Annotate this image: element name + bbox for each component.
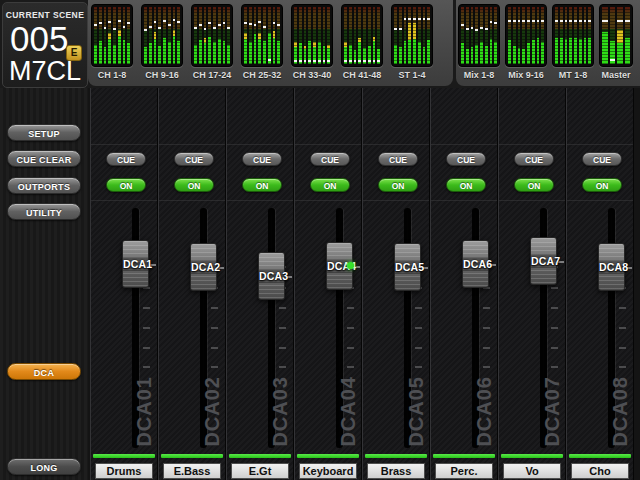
fader-cap[interactable]: DCA4 — [326, 242, 353, 290]
meter-bar — [318, 7, 321, 64]
cue-button[interactable]: CUE — [582, 152, 622, 166]
on-button[interactable]: ON — [378, 178, 418, 192]
fader-scale-tick — [619, 366, 626, 368]
meter-bank-button[interactable]: CH 17-24 — [191, 4, 233, 80]
meter-display — [141, 4, 183, 67]
meter-bank-label: CH 33-40 — [291, 70, 333, 80]
on-button[interactable]: ON — [174, 178, 214, 192]
cue-button[interactable]: CUE — [514, 152, 554, 166]
fader-cap[interactable]: DCA3 — [258, 252, 285, 300]
meter-bar — [394, 7, 397, 64]
fader-cap-label: DCA2 — [191, 260, 216, 274]
meter-bank-label: CH 1-8 — [91, 70, 133, 80]
fader-cap[interactable]: DCA2 — [190, 243, 217, 291]
on-button[interactable]: ON — [446, 178, 486, 192]
meter-bank-button[interactable]: CH 1-8 — [91, 4, 133, 80]
cue-button-label: CUE — [593, 155, 611, 165]
fader-cap[interactable]: DCA7 — [530, 237, 557, 285]
meter-bar — [490, 7, 493, 64]
meter-bank-button[interactable]: Mix 1-8 — [458, 4, 500, 80]
meter-bar — [625, 7, 631, 64]
dca-channel-strip: CUE ON DCA2 DCA02 E.Bass — [158, 88, 226, 480]
fader-cap[interactable]: DCA5 — [394, 243, 421, 291]
channel-name-button[interactable]: Perc. — [435, 463, 493, 479]
meter-bank-button[interactable]: ST 1-4 — [391, 4, 433, 80]
meter-bar — [427, 7, 430, 64]
cue-button[interactable]: CUE — [242, 152, 282, 166]
channel-name-button[interactable]: Vo — [503, 463, 561, 479]
channel-name-button[interactable]: Brass — [367, 463, 425, 479]
meter-bank-button[interactable]: Master — [599, 4, 633, 80]
on-button-label: ON — [188, 181, 201, 191]
meter-bar — [471, 7, 474, 64]
outports-button[interactable]: OUTPORTS — [7, 177, 81, 194]
channel-name-button[interactable]: E.Bass — [163, 463, 221, 479]
cue-button[interactable]: CUE — [174, 152, 214, 166]
fader-cap[interactable]: DCA8 — [598, 243, 625, 291]
on-button[interactable]: ON — [310, 178, 350, 192]
setup-button[interactable]: SETUP — [7, 124, 81, 141]
meter-bar — [254, 7, 257, 64]
cue-clear-button[interactable]: CUE CLEAR — [7, 150, 81, 167]
fader-scale-tick — [347, 327, 354, 329]
cue-button[interactable]: CUE — [106, 152, 146, 166]
strip-divider — [295, 144, 361, 145]
channel-name-button[interactable]: E.Gt — [231, 463, 289, 479]
on-button[interactable]: ON — [582, 178, 622, 192]
strip-divider — [227, 200, 293, 201]
meter-bar — [418, 7, 421, 64]
channel-name-label: Cho — [589, 465, 610, 477]
meter-bank-button[interactable]: MT 1-8 — [552, 4, 594, 80]
meter-bank-button[interactable]: CH 33-40 — [291, 4, 333, 80]
channel-name-label: Drums — [107, 465, 142, 477]
meter-bar — [560, 7, 563, 64]
utility-button[interactable]: UTILITY — [7, 203, 81, 220]
meter-bank-label: CH 41-48 — [341, 70, 383, 80]
fader-cap[interactable]: DCA6 — [462, 240, 489, 288]
fader-cap[interactable]: DCA1 — [122, 240, 149, 288]
channel-name-button[interactable]: Drums — [95, 463, 153, 479]
meter-bar — [194, 7, 197, 64]
meter-display — [291, 4, 333, 67]
meter-bar — [466, 7, 469, 64]
channel-name-button[interactable]: Keyboard — [299, 463, 357, 479]
channel-color-bar — [297, 454, 359, 458]
meter-bank-button[interactable]: CH 25-32 — [241, 4, 283, 80]
channel-name-button[interactable]: Cho — [571, 463, 629, 479]
meter-bank-button[interactable]: CH 41-48 — [341, 4, 383, 80]
dca-bank-button[interactable]: DCA — [7, 363, 81, 380]
fader-cap-label: DCA6 — [463, 257, 488, 271]
meter-bar — [413, 7, 416, 64]
meter-bar — [204, 7, 207, 64]
cue-button[interactable]: CUE — [378, 152, 418, 166]
meter-bar — [258, 7, 261, 64]
fader-scale-tick — [211, 327, 218, 329]
meter-bar — [555, 7, 558, 64]
meter-bar — [158, 7, 161, 64]
meter-bank-label: ST 1-4 — [391, 70, 433, 80]
meter-bank-button[interactable]: CH 9-16 — [141, 4, 183, 80]
on-button[interactable]: ON — [242, 178, 282, 192]
cue-button[interactable]: CUE — [446, 152, 486, 166]
channel-color-bar — [229, 454, 291, 458]
meter-bar — [377, 7, 380, 64]
dca-channel-strip: CUE ON DCA1 DCA01 Drums — [90, 88, 158, 480]
meter-bar — [313, 7, 316, 64]
strip-divider — [431, 200, 497, 201]
dca-channel-strip: CUE ON DCA5 DCA05 Brass — [362, 88, 430, 480]
on-button[interactable]: ON — [514, 178, 554, 192]
fader-scale-tick — [551, 327, 558, 329]
cue-button[interactable]: CUE — [310, 152, 350, 166]
meter-bank-button[interactable]: Mix 9-16 — [505, 4, 547, 80]
meter-bar — [294, 7, 297, 64]
dca-channel-strip: CUE ON DCA4 DCA04 Keyboard — [294, 88, 362, 480]
on-button[interactable]: ON — [106, 178, 146, 192]
fader-cap-label: DCA1 — [123, 257, 148, 271]
fader-scale-tick — [347, 366, 354, 368]
channel-color-bar — [161, 454, 223, 458]
on-button-label: ON — [120, 181, 133, 191]
cue-button-label: CUE — [185, 155, 203, 165]
meter-bar — [127, 7, 130, 64]
strip-divider — [91, 144, 157, 145]
long-faders-button[interactable]: LONG FADERS — [7, 458, 81, 475]
